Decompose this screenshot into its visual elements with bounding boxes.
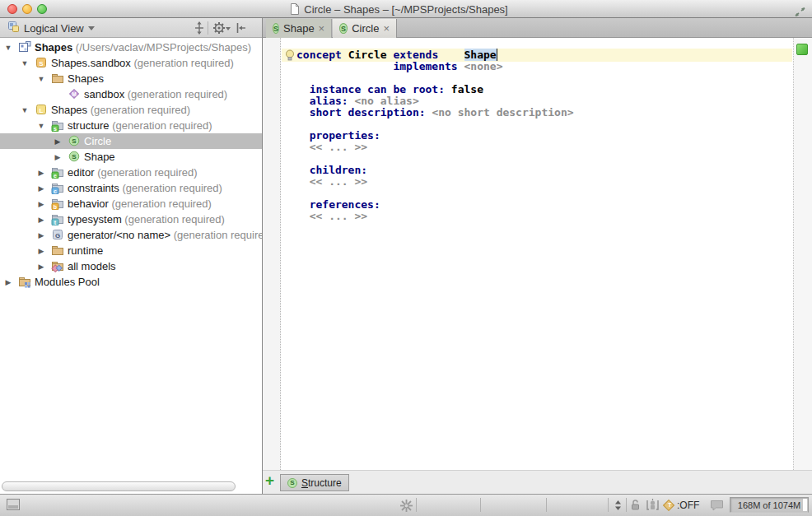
editor-text[interactable]: children:: [310, 164, 367, 176]
collapse-icon[interactable]: ▼: [3, 44, 13, 52]
editor-line[interactable]: << ... >>: [296, 211, 574, 222]
editor-line[interactable]: children:: [296, 165, 574, 176]
autoscroll-from-source-icon[interactable]: [193, 21, 206, 38]
editor-line[interactable]: implements <none>: [296, 61, 574, 72]
view-selector-dropdown[interactable]: Logical View: [4, 20, 98, 36]
tab-circle[interactable]: S Circle ×: [333, 19, 397, 38]
tab-structure[interactable]: S Structure: [280, 474, 349, 491]
memory-indicator[interactable]: 168M of 1074M: [730, 497, 809, 513]
editor-text[interactable]: [296, 198, 310, 211]
tree-item-shape[interactable]: ▶SShape: [0, 149, 262, 165]
no-errors-indicator[interactable]: [796, 44, 808, 55]
editor-text[interactable]: [296, 141, 310, 153]
editor-text[interactable]: false: [451, 83, 483, 95]
gear-icon[interactable]: [212, 21, 226, 38]
editor-text[interactable]: [296, 83, 310, 95]
tab-shape[interactable]: S Shape ×: [266, 19, 332, 38]
editor-line[interactable]: properties:: [296, 130, 574, 142]
editor-text[interactable]: <no short description>: [432, 106, 573, 119]
editor-text[interactable]: [296, 175, 310, 188]
editor-line[interactable]: << ... >>: [296, 176, 574, 188]
expand-icon[interactable]: ▶: [36, 247, 46, 255]
toolwindow-toggle-icon[interactable]: [7, 499, 20, 510]
editor-text[interactable]: implements: [393, 60, 464, 72]
tree-item-structure[interactable]: ▼sstructure (generation required): [0, 118, 262, 133]
editor-text[interactable]: << ... >>: [310, 141, 367, 153]
editor-text[interactable]: [296, 60, 393, 72]
tree-item-generator-no-name-[interactable]: ▶Ggenerator/<no name> (generation requir…: [0, 227, 262, 243]
tree-item-constraints[interactable]: ▶cconstraints (generation required): [0, 180, 262, 196]
editor-text[interactable]: [438, 49, 464, 61]
intention-bulb-icon[interactable]: [285, 49, 295, 64]
expand-icon[interactable]: ▶: [3, 278, 13, 286]
add-aspect-button[interactable]: +: [265, 472, 274, 490]
editor-text[interactable]: short description:: [310, 106, 432, 119]
horizontal-scrollbar-thumb[interactable]: [2, 481, 236, 491]
hector-inspector-icon[interactable]: [646, 498, 660, 515]
tree-item-runtime[interactable]: ▶runtime: [0, 243, 262, 258]
tree-item-typesystem[interactable]: ▶ttypesystem (generation required): [0, 212, 262, 227]
lock-icon[interactable]: [630, 499, 641, 514]
collapse-icon[interactable]: ▼: [20, 106, 30, 114]
tree-item-shapes[interactable]: ▼Shapes: [0, 71, 262, 86]
tree-item-all-models[interactable]: ▶all models: [0, 258, 262, 274]
line-position-stepper-icon[interactable]: [614, 500, 623, 514]
highlighting-mode-label[interactable]: :OFF: [677, 500, 699, 511]
editor-line[interactable]: alias: <no alias>: [296, 95, 574, 107]
collapse-icon[interactable]: ▼: [36, 75, 46, 83]
tree-item-sandbox[interactable]: Msandbox (generation required): [0, 86, 262, 102]
editor-text[interactable]: <no alias>: [354, 95, 418, 107]
close-tab-icon[interactable]: ×: [319, 23, 325, 34]
editor-text[interactable]: [296, 106, 310, 119]
editor-text[interactable]: [296, 129, 310, 142]
editor-line[interactable]: [296, 188, 574, 199]
editor-text[interactable]: << ... >>: [310, 210, 367, 222]
collapse-icon[interactable]: ▼: [36, 122, 46, 130]
expand-icon[interactable]: ▶: [36, 231, 46, 239]
expand-icon[interactable]: ▶: [36, 216, 46, 224]
editor-text[interactable]: concept: [296, 49, 348, 61]
collapse-icon[interactable]: ▼: [20, 59, 30, 67]
editor-text[interactable]: [296, 164, 310, 176]
editor-text[interactable]: [296, 95, 310, 107]
editor-text[interactable]: << ... >>: [310, 175, 367, 188]
typesystem-badge-icon[interactable]: T: [663, 500, 674, 511]
editor-line[interactable]: concept Circle extends Shape: [296, 49, 574, 61]
hide-panel-icon[interactable]: [235, 21, 246, 38]
editor-line[interactable]: short description: <no short description…: [296, 107, 574, 119]
expand-icon[interactable]: ▶: [36, 263, 46, 271]
concept-editor[interactable]: concept Circle extends Shape implements …: [263, 38, 812, 494]
expand-icon[interactable]: ▶: [53, 137, 63, 146]
editor-text[interactable]: instance can be root:: [310, 83, 451, 95]
background-tasks-icon[interactable]: [400, 500, 413, 515]
error-stripe[interactable]: [793, 38, 812, 470]
tree-item-circle[interactable]: ▶SCircle: [0, 133, 262, 149]
tree-item-behavior[interactable]: ▶bbehavior (generation required): [0, 196, 262, 212]
editor-text[interactable]: extends: [393, 49, 438, 61]
expand-icon[interactable]: ▶: [36, 184, 46, 193]
editor-line[interactable]: [296, 153, 574, 165]
notification-bubble-icon[interactable]: [710, 500, 724, 514]
editor-text[interactable]: alias:: [310, 95, 355, 107]
tree-item-modules-pool[interactable]: ▶Modules Pool: [0, 274, 262, 290]
editor-text[interactable]: Circle: [348, 49, 394, 61]
editor-line[interactable]: << ... >>: [296, 142, 574, 153]
editor-line[interactable]: [296, 119, 574, 130]
tree-item-shapes[interactable]: ▼LShapes (generation required): [0, 102, 262, 118]
editor-text[interactable]: [296, 210, 310, 222]
chevron-down-icon: [88, 26, 95, 30]
tree-item-shapes-sandbox[interactable]: ▼SShapes.sandbox (generation required): [0, 55, 262, 71]
close-tab-icon[interactable]: ×: [383, 23, 390, 34]
editor-line[interactable]: references:: [296, 199, 574, 211]
editor-text[interactable]: <none>: [464, 60, 503, 72]
editor-text[interactable]: references:: [310, 198, 380, 211]
editor-text[interactable]: properties:: [310, 129, 380, 142]
tree-item-shapes[interactable]: ▼Shapes (/Users/vaclav/MPSProjects/Shape…: [0, 40, 262, 55]
tree-item-editor[interactable]: ▶eeditor (generation required): [0, 165, 262, 180]
expand-icon[interactable]: ▶: [36, 200, 46, 208]
editor-line[interactable]: instance can be root: false: [296, 84, 574, 95]
editor-line[interactable]: [296, 72, 574, 84]
expand-icon[interactable]: ▶: [36, 169, 46, 177]
selected-cell[interactable]: Shape: [464, 49, 497, 61]
expand-icon[interactable]: ▶: [53, 153, 63, 161]
